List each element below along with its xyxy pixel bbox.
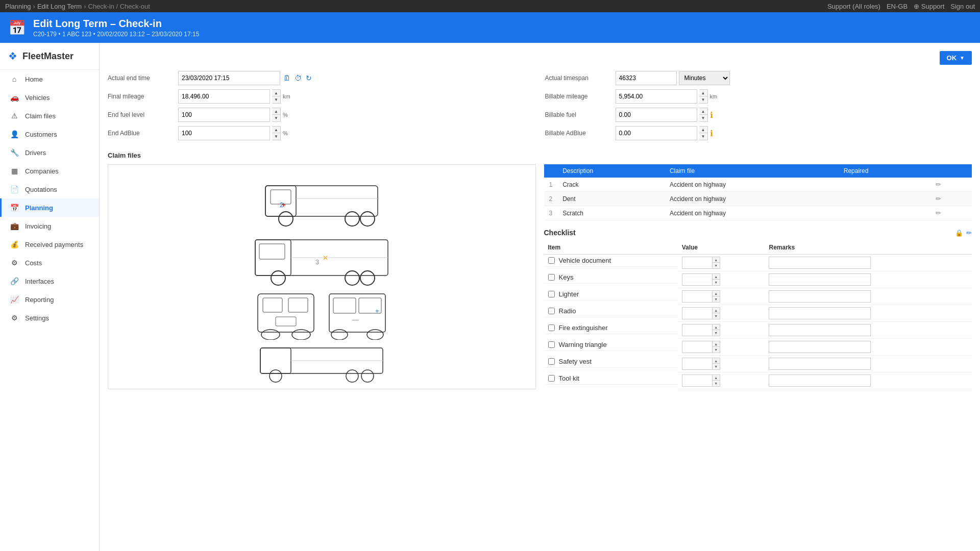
checklist-remarks-input[interactable]	[769, 324, 871, 336]
ok-dropdown-arrow[interactable]: ▼	[960, 55, 965, 61]
checklist-remarks-input[interactable]	[769, 273, 871, 286]
billable-adblue-up[interactable]: ▲	[699, 127, 707, 133]
end-adblue-input[interactable]	[178, 126, 270, 140]
checklist-val-down[interactable]: ▼	[713, 381, 720, 386]
refresh-time-button[interactable]: ↻	[305, 73, 313, 83]
lang-selector[interactable]: EN-GB	[887, 3, 908, 10]
checklist-val-up[interactable]: ▲	[713, 291, 720, 296]
end-fuel-down[interactable]: ▼	[272, 115, 280, 121]
checklist-val-up[interactable]: ▲	[713, 308, 720, 313]
checklist-value-spinner[interactable]: ▲ ▼	[713, 324, 720, 336]
checklist-item-value[interactable]: ▲ ▼	[678, 322, 765, 339]
checklist-item-remarks[interactable]	[765, 372, 972, 389]
sidebar-item-received-payments[interactable]: 💰Received payments	[0, 235, 99, 254]
checklist-item-checkbox[interactable]	[548, 308, 555, 314]
checklist-val-up[interactable]: ▲	[713, 341, 720, 347]
sidebar-item-customers[interactable]: 👤Customers	[0, 125, 99, 143]
sidebar-item-reporting[interactable]: 📈Reporting	[0, 290, 99, 309]
breadcrumb-planning[interactable]: Planning	[5, 3, 31, 10]
edit-icon[interactable]: ✏	[936, 181, 941, 188]
checklist-item-value[interactable]: ▲ ▼	[678, 372, 765, 389]
sidebar-item-quotations[interactable]: 📄Quotations	[0, 180, 99, 198]
checklist-remarks-input[interactable]	[769, 257, 871, 269]
checklist-remarks-input[interactable]	[769, 341, 871, 353]
checklist-val-up[interactable]: ▲	[713, 324, 720, 330]
billable-adblue-spinner[interactable]: ▲ ▼	[699, 126, 708, 140]
checklist-value-input[interactable]	[682, 257, 713, 269]
checklist-item-value[interactable]: ▲ ▼	[678, 288, 765, 305]
billable-mileage-down[interactable]: ▼	[699, 96, 707, 103]
sign-out-button[interactable]: Sign out	[950, 3, 975, 10]
sidebar-item-interfaces[interactable]: 🔗Interfaces	[0, 272, 99, 290]
billable-fuel-down[interactable]: ▼	[699, 115, 707, 121]
sidebar-item-claim-files[interactable]: ⚠Claim files	[0, 107, 99, 125]
checklist-item-remarks[interactable]	[765, 339, 972, 356]
checklist-item-checkbox[interactable]	[548, 358, 555, 365]
checklist-val-up[interactable]: ▲	[713, 274, 720, 280]
checklist-val-down[interactable]: ▼	[713, 313, 720, 319]
checklist-item-value[interactable]: ▲ ▼	[678, 255, 765, 271]
checklist-value-input[interactable]	[682, 324, 713, 336]
sidebar-item-costs[interactable]: ⚙Costs	[0, 254, 99, 272]
checklist-val-up[interactable]: ▲	[713, 257, 720, 263]
checklist-item-remarks[interactable]	[765, 322, 972, 339]
checklist-item-remarks[interactable]	[765, 255, 972, 271]
sidebar-item-companies[interactable]: ▦Companies	[0, 162, 99, 180]
checklist-item-checkbox[interactable]	[548, 274, 555, 281]
checklist-value-input[interactable]	[682, 358, 713, 370]
actual-timespan-input[interactable]	[616, 71, 677, 85]
checklist-item-value[interactable]: ▲ ▼	[678, 339, 765, 356]
lock-icon[interactable]: 🔒	[955, 229, 963, 237]
calendar-picker-button[interactable]: 🗓	[282, 73, 291, 83]
checklist-item-value[interactable]: ▲ ▼	[678, 305, 765, 322]
checklist-value-spinner[interactable]: ▲ ▼	[713, 257, 720, 269]
checklist-val-down[interactable]: ▼	[713, 330, 720, 336]
checklist-val-down[interactable]: ▼	[713, 364, 720, 369]
sidebar-item-invoicing[interactable]: 💼Invoicing	[0, 217, 99, 235]
billable-fuel-spinner[interactable]: ▲ ▼	[699, 108, 708, 122]
sidebar-item-drivers[interactable]: 🔧Drivers	[0, 143, 99, 162]
checklist-val-down[interactable]: ▼	[713, 347, 720, 353]
checklist-remarks-input[interactable]	[769, 358, 871, 370]
final-mileage-input[interactable]	[178, 89, 270, 104]
checklist-value-spinner[interactable]: ▲ ▼	[713, 290, 720, 303]
end-fuel-level-spinner[interactable]: ▲ ▼	[272, 108, 281, 122]
billable-mileage-up[interactable]: ▲	[699, 90, 707, 96]
edit-checklist-icon[interactable]: ✏	[966, 229, 972, 237]
checklist-value-input[interactable]	[682, 307, 713, 319]
checklist-value-spinner[interactable]: ▲ ▼	[713, 374, 720, 387]
end-fuel-up[interactable]: ▲	[272, 108, 280, 115]
final-mileage-up[interactable]: ▲	[272, 90, 280, 96]
billable-mileage-input[interactable]	[616, 89, 697, 104]
billable-mileage-spinner[interactable]: ▲ ▼	[699, 89, 708, 104]
checklist-val-down[interactable]: ▼	[713, 280, 720, 285]
checklist-item-checkbox[interactable]	[548, 257, 555, 264]
checklist-item-remarks[interactable]	[765, 305, 972, 322]
checklist-item-value[interactable]: ▲ ▼	[678, 356, 765, 372]
billable-adblue-down[interactable]: ▼	[699, 133, 707, 140]
checklist-value-input[interactable]	[682, 374, 713, 387]
checklist-value-input[interactable]	[682, 273, 713, 286]
edit-icon[interactable]: ✏	[936, 209, 941, 217]
edit-icon[interactable]: ✏	[936, 195, 941, 203]
checklist-item-checkbox[interactable]	[548, 291, 555, 297]
claim-row-edit[interactable]: ✏	[930, 178, 972, 192]
billable-fuel-input[interactable]	[616, 108, 697, 122]
end-adblue-down[interactable]: ▼	[272, 133, 280, 140]
checklist-value-input[interactable]	[682, 341, 713, 353]
claim-row-edit[interactable]: ✏	[930, 206, 972, 220]
sidebar-item-vehicles[interactable]: 🚗Vehicles	[0, 88, 99, 107]
checklist-remarks-input[interactable]	[769, 290, 871, 303]
billable-adblue-input[interactable]	[616, 126, 697, 140]
checklist-value-input[interactable]	[682, 290, 713, 303]
checklist-value-spinner[interactable]: ▲ ▼	[713, 307, 720, 319]
billable-fuel-up[interactable]: ▲	[699, 108, 707, 115]
breadcrumb-edit-long-term[interactable]: Edit Long Term	[37, 3, 82, 10]
checklist-remarks-input[interactable]	[769, 374, 871, 387]
final-mileage-spinner[interactable]: ▲ ▼	[272, 89, 281, 104]
support-link[interactable]: ⊕ Support	[914, 3, 944, 10]
checklist-val-down[interactable]: ▼	[713, 296, 720, 302]
checklist-item-checkbox[interactable]	[548, 375, 555, 382]
checklist-value-spinner[interactable]: ▲ ▼	[713, 273, 720, 286]
final-mileage-down[interactable]: ▼	[272, 96, 280, 103]
